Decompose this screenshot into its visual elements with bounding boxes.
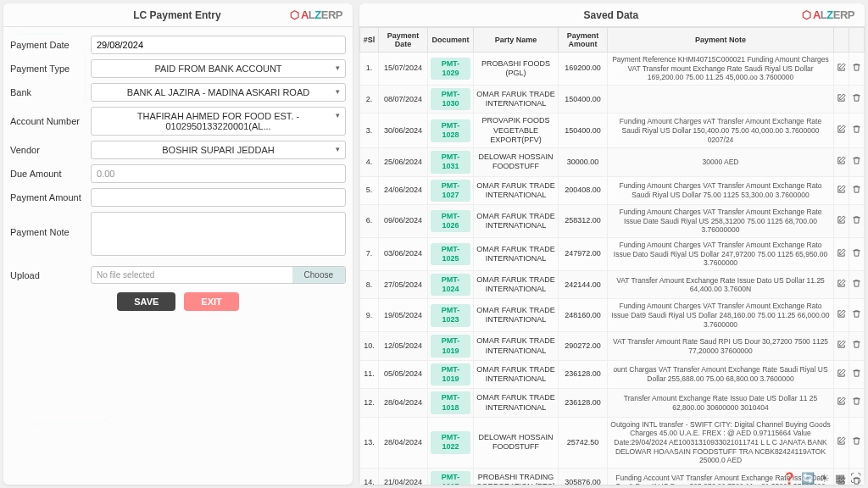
due-amount-input[interactable] <box>91 164 346 183</box>
cell-doc: PMT-1025 <box>428 238 474 271</box>
right-panel-title: Saved Data <box>420 9 802 21</box>
cell-sl: 14. <box>360 468 379 485</box>
cell-doc: PMT-1026 <box>428 205 474 238</box>
save-button[interactable]: SAVE <box>117 292 175 311</box>
delete-icon[interactable] <box>849 270 865 299</box>
edit-icon[interactable] <box>834 389 849 418</box>
cell-party: OMAR FARUK TRADE INTERNATIONAL <box>474 299 559 332</box>
cell-amount: 200408.00 <box>559 176 608 205</box>
delete-icon[interactable] <box>849 389 865 418</box>
cell-doc: PMT-1017 <box>428 468 474 485</box>
table-row: 3.30/06/2024PMT-1028PROVAPIK FOODS VEGET… <box>360 114 865 148</box>
table-row: 4.25/06/2024PMT-1031DELOWAR HOSSAIN FOOD… <box>360 148 865 177</box>
document-badge[interactable]: PMT-1019 <box>431 363 470 386</box>
edit-icon[interactable] <box>834 332 849 361</box>
edit-icon[interactable] <box>834 114 849 148</box>
document-badge[interactable]: PMT-1019 <box>431 335 470 358</box>
delete-icon[interactable] <box>849 205 865 238</box>
account-number-select[interactable]: THAFIRAH AHMED FOR FOOD EST. - 010295013… <box>91 107 346 136</box>
brand-logo-right: ⬡ ALZERP <box>802 8 854 21</box>
bank-select[interactable]: BANK AL JAZIRA - MADINA ASKARI ROAD <box>91 83 346 102</box>
cell-date: 09/06/2024 <box>379 205 428 238</box>
grid-icon[interactable]: ▦ <box>835 472 845 485</box>
payment-note-textarea[interactable] <box>91 212 346 256</box>
delete-icon[interactable] <box>849 148 865 177</box>
cell-doc: PMT-1027 <box>428 176 474 205</box>
payment-date-input[interactable] <box>91 36 346 54</box>
delete-icon[interactable] <box>849 114 865 148</box>
payment-date-label: Payment Date <box>10 40 91 50</box>
cell-note <box>608 85 834 114</box>
edit-icon[interactable] <box>834 417 849 468</box>
document-badge[interactable]: PMT-1018 <box>431 391 470 414</box>
edit-icon[interactable] <box>834 148 849 177</box>
delete-icon[interactable] <box>849 85 865 114</box>
help-icon[interactable]: ❓ <box>782 472 796 485</box>
edit-icon[interactable] <box>834 238 849 271</box>
upload-field[interactable]: No file selectedChoose <box>91 266 346 284</box>
cell-sl: 3. <box>360 114 379 148</box>
cell-doc: PMT-1019 <box>428 360 474 389</box>
delete-icon[interactable] <box>849 417 865 468</box>
edit-icon[interactable] <box>834 85 849 114</box>
vendor-select[interactable]: BOSHIR SUPARI JEDDAH <box>91 141 346 159</box>
delete-icon[interactable] <box>849 332 865 361</box>
document-badge[interactable]: PMT-1029 <box>431 58 470 80</box>
cell-sl: 12. <box>360 389 379 418</box>
table-row: 7.03/06/2024PMT-1025OMAR FARUK TRADE INT… <box>360 238 865 271</box>
table-row: 11.05/05/2024PMT-1019OMAR FARUK TRADE IN… <box>360 360 865 389</box>
payment-amount-input[interactable] <box>91 188 346 207</box>
document-badge[interactable]: PMT-1027 <box>431 180 470 202</box>
edit-icon[interactable] <box>834 53 849 86</box>
document-badge[interactable]: PMT-1031 <box>431 151 470 174</box>
choose-file-button[interactable]: Choose <box>292 267 345 283</box>
document-badge[interactable]: PMT-1017 <box>431 471 470 485</box>
cell-party: OMAR FARUK TRADE INTERNATIONAL <box>474 389 559 418</box>
cell-date: 27/05/2024 <box>379 270 428 299</box>
edit-icon[interactable] <box>834 176 849 205</box>
edit-icon[interactable] <box>834 270 849 299</box>
document-badge[interactable]: PMT-1022 <box>431 431 470 454</box>
saved-data-table-wrap[interactable]: #SlPayment DateDocumentParty NamePayment… <box>359 27 865 485</box>
vendor-label: Vendor <box>10 145 91 155</box>
expand-icon[interactable]: ⛶ <box>850 472 861 485</box>
table-row: 8.27/05/2024PMT-1024OMAR FARUK TRADE INT… <box>360 270 865 299</box>
saved-data-table: #SlPayment DateDocumentParty NamePayment… <box>359 27 865 485</box>
refresh-icon[interactable]: 🔄 <box>801 472 815 485</box>
cell-amount: 242144.00 <box>559 270 608 299</box>
document-badge[interactable]: PMT-1026 <box>431 210 470 233</box>
delete-icon[interactable] <box>849 360 865 389</box>
delete-icon[interactable] <box>849 53 865 86</box>
cell-sl: 7. <box>360 238 379 271</box>
cell-amount: 169200.00 <box>559 53 608 86</box>
cell-date: 28/04/2024 <box>379 417 428 468</box>
col-header-5: Payment Note <box>608 28 834 53</box>
cell-note: VAT Transfer Amount Exchange Rate Issue … <box>608 270 834 299</box>
cell-note: 30000 AED <box>608 148 834 177</box>
delete-icon[interactable] <box>849 176 865 205</box>
cell-amount: 236128.00 <box>559 389 608 418</box>
edit-icon[interactable] <box>834 299 849 332</box>
cell-party: OMAR FARUK TRADE INTERNATIONAL <box>474 270 559 299</box>
edit-icon[interactable] <box>834 205 849 238</box>
payment-type-select[interactable]: PAID FROM BANK ACCOUNT <box>91 59 346 78</box>
document-badge[interactable]: PMT-1028 <box>431 119 470 142</box>
col-header-7 <box>849 28 865 53</box>
cell-doc: PMT-1030 <box>428 85 474 114</box>
payment-note-label: Payment Note <box>10 212 91 237</box>
document-badge[interactable]: PMT-1023 <box>431 304 470 327</box>
delete-icon[interactable] <box>849 299 865 332</box>
cell-sl: 1. <box>360 53 379 86</box>
cell-date: 21/04/2024 <box>379 468 428 485</box>
delete-icon[interactable] <box>849 238 865 271</box>
cell-date: 19/05/2024 <box>379 299 428 332</box>
cell-date: 25/06/2024 <box>379 148 428 177</box>
document-badge[interactable]: PMT-1025 <box>431 243 470 266</box>
document-badge[interactable]: PMT-1024 <box>431 274 470 297</box>
sun-icon[interactable]: ☀ <box>820 472 830 485</box>
table-row: 5.24/06/2024PMT-1027OMAR FARUK TRADE INT… <box>360 176 865 205</box>
exit-button[interactable]: EXIT <box>184 292 238 311</box>
edit-icon[interactable] <box>834 360 849 389</box>
bank-label: Bank <box>10 87 91 97</box>
document-badge[interactable]: PMT-1030 <box>431 88 470 111</box>
